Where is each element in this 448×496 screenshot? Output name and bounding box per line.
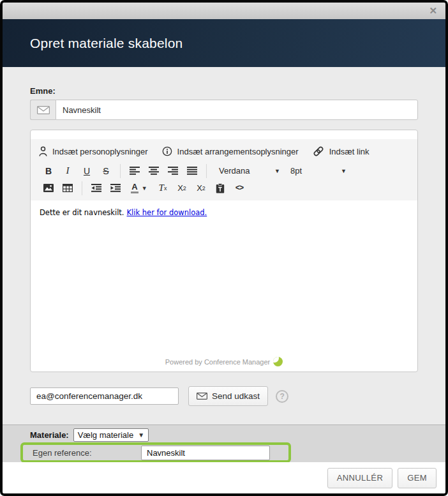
powered-by-label: Powered by Conference Manager (165, 358, 270, 366)
powered-by: Powered by Conference Manager (40, 357, 408, 366)
chevron-down-icon: ▼ (142, 185, 147, 192)
editor-text: Dette er dit navneskilt. (40, 208, 124, 217)
subscript-button[interactable]: X2 (172, 180, 191, 197)
superscript-base: X (197, 183, 202, 193)
outdent-button[interactable] (87, 180, 106, 197)
own-reference-highlight-box: Egen reference: (20, 442, 291, 463)
clear-formatting-button[interactable]: Tx (153, 180, 172, 197)
own-reference-label: Egen reference: (23, 448, 141, 458)
chevron-down-icon: ▼ (138, 432, 144, 439)
editor-content-area[interactable]: Dette er dit navneskilt.Klik her for dow… (31, 200, 417, 372)
text-color-label: A (131, 183, 138, 193)
dialog-body: Emne: Indsæt personoplysninger (3, 67, 445, 425)
superscript-button[interactable]: X2 (191, 180, 211, 197)
material-select-value: Vælg materiale (78, 430, 133, 440)
align-left-button[interactable] (125, 163, 144, 179)
font-family-value: Verdana (219, 166, 250, 176)
toolbar-separator (120, 164, 121, 178)
envelope-icon (30, 100, 56, 120)
subscript-script: 2 (183, 185, 186, 192)
insert-link-label: Indsæt link (329, 147, 370, 156)
subscript-base: X (177, 183, 183, 193)
chevron-down-icon: ▼ (274, 168, 280, 174)
font-size-select[interactable]: 8pt ▼ (290, 166, 347, 176)
send-draft-row: Send udkast ? (30, 386, 418, 406)
clear-formatting-t: T (159, 183, 164, 193)
material-select[interactable]: Vælg materiale ▼ (73, 428, 149, 442)
toolbar-separator (206, 164, 207, 178)
font-family-select[interactable]: Verdana ▼ (219, 166, 280, 176)
download-link[interactable]: Klik her for download. (127, 208, 207, 217)
help-icon[interactable]: ? (276, 390, 288, 403)
bold-button[interactable]: B (39, 163, 58, 179)
info-icon (162, 146, 172, 156)
object-toolbar-row: A ▼ Tx X2 X2 <> (39, 179, 409, 197)
format-toolbar-row: B I U S (39, 162, 409, 179)
draft-email-input[interactable] (30, 387, 179, 405)
insert-person-info-label: Indsæt personoplysninger (52, 147, 148, 156)
insert-toolbar-row: Indsæt personoplysninger Indsæt arrangem… (39, 142, 409, 160)
font-size-value: 8pt (290, 166, 302, 176)
insert-image-button[interactable] (39, 180, 58, 197)
material-label: Materiale: (30, 430, 69, 440)
envelope-icon (197, 393, 207, 400)
dialog-footer: ANNULLÉR GEM (3, 462, 445, 493)
underline-button[interactable]: U (77, 163, 96, 179)
text-color-button[interactable]: A ▼ (125, 180, 153, 197)
clear-formatting-x: x (164, 185, 167, 192)
insert-event-info-button[interactable]: Indsæt arrangementsoplysninger (162, 146, 299, 156)
insert-person-info-button[interactable]: Indsæt personoplysninger (39, 146, 148, 156)
italic-button[interactable]: I (58, 163, 77, 179)
align-right-button[interactable] (163, 163, 183, 179)
paste-icon[interactable] (211, 180, 230, 197)
align-center-button[interactable] (144, 163, 163, 179)
page-title: Opret materiale skabelon (30, 36, 183, 51)
own-reference-input[interactable] (141, 446, 270, 460)
close-icon[interactable]: ✕ (429, 6, 437, 15)
rich-text-editor: Indsæt personoplysninger Indsæt arrangem… (30, 130, 418, 372)
send-draft-button[interactable]: Send udkast (188, 386, 268, 406)
material-section: Materiale: Vælg materiale ▼ Egen referen… (3, 425, 445, 462)
create-material-template-dialog: ✕ Opret materiale skabelon Emne: Indsæt … (0, 0, 448, 496)
conference-manager-logo-icon (273, 357, 283, 366)
superscript-script: 2 (202, 185, 205, 192)
chevron-down-icon: ▼ (341, 168, 347, 174)
source-code-button[interactable]: <> (230, 180, 249, 197)
material-row: Materiale: Vælg materiale ▼ (3, 428, 445, 442)
send-draft-label: Send udkast (212, 391, 260, 401)
person-icon (39, 146, 47, 156)
strikethrough-button[interactable]: S (96, 163, 116, 179)
subject-label: Emne: (30, 86, 418, 96)
indent-button[interactable] (106, 180, 125, 197)
subject-input[interactable] (56, 100, 418, 120)
toolbar-separator (82, 181, 82, 195)
insert-table-button[interactable] (58, 180, 77, 197)
link-icon (313, 146, 324, 156)
editor-paragraph: Dette er dit navneskilt.Klik her for dow… (40, 208, 408, 217)
insert-event-info-label: Indsæt arrangementsoplysninger (177, 147, 299, 156)
align-justify-button[interactable] (183, 163, 202, 179)
editor-toolbar: Indsæt personoplysninger Indsæt arrangem… (31, 139, 417, 200)
dialog-header: Opret materiale skabelon (3, 19, 445, 67)
dialog-titlebar: ✕ (3, 3, 445, 19)
cancel-button[interactable]: ANNULLÉR (327, 468, 393, 488)
subject-field-group (30, 100, 418, 120)
save-button[interactable]: GEM (398, 468, 437, 488)
insert-link-button[interactable]: Indsæt link (313, 146, 370, 156)
